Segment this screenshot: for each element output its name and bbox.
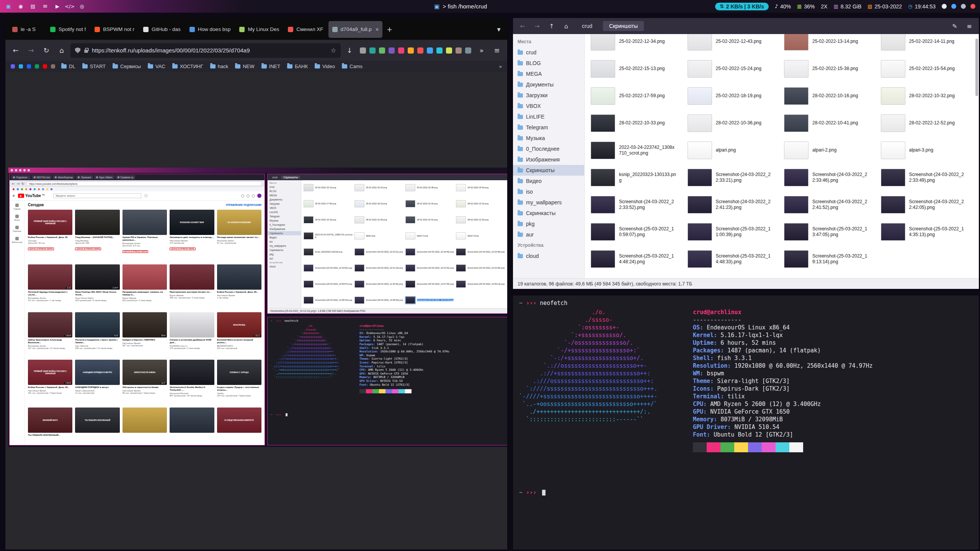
bookmark-icon[interactable] [51,64,55,68]
browser-tab[interactable]: le -a S [8,21,45,38]
workspace-icon[interactable]: ◎ [77,2,87,11]
home-button[interactable]: ⌂ [55,44,68,57]
extension-icon[interactable] [379,47,385,54]
workspace-icon[interactable]: </> [65,2,74,11]
sidebar-place[interactable]: LinLIFE [513,111,584,122]
tray-icon[interactable] [961,4,966,9]
file-item[interactable]: Screenshot-(25-03-2022_14:48:24).png [588,245,685,272]
sidebar-place[interactable]: BLOG [513,58,584,68]
sidebar-place[interactable]: pkg [513,218,584,229]
browser-tab[interactable]: Сменил XF [284,21,327,38]
extension-icon[interactable] [360,47,366,54]
bookmark-item[interactable]: hack [210,64,228,69]
file-item[interactable]: 25-02-2022-18-19.png [685,82,782,109]
tab-close-icon[interactable]: × [375,26,379,33]
terminal-window[interactable]: ~›››neofetch ./o. ./sssso- `:osssssss+- … [513,295,979,550]
tray-icon[interactable] [942,4,947,9]
file-item[interactable]: Screenshot-(25-03-2022_11:00:39).png [685,218,782,245]
browser-tab[interactable]: How does bsp [186,21,235,38]
sidebar-place[interactable]: VBOX [513,101,584,111]
shield-icon[interactable] [75,47,80,53]
back-button[interactable]: ← [518,21,528,31]
sidebar-place[interactable]: Скринкасты [513,208,584,218]
file-item[interactable]: alpari-2.png [782,137,879,164]
file-item[interactable]: 25-02-2022-15-38.png [782,55,879,82]
bookmark-icon[interactable] [27,64,31,68]
volume-module[interactable]: ♪ 40% [775,3,791,10]
file-item[interactable]: 28-02-2022-10-36.png [685,109,782,137]
tray-icon[interactable] [970,4,975,9]
bookmark-item[interactable]: VAC [148,64,165,69]
bookmark-item[interactable]: Video [315,64,335,69]
extension-icon[interactable] [408,47,414,54]
sidebar-place[interactable]: my_wallpapers [513,197,584,208]
bookmark-item[interactable]: DL [61,64,75,69]
file-item[interactable]: 25-02-2022-15-13.png [588,55,685,82]
scrollbar-thumb[interactable] [975,39,978,96]
extension-icon[interactable] [446,47,452,54]
bookmark-item[interactable]: INET [261,64,281,69]
tray-icon[interactable] [951,4,956,9]
browser-tab[interactable]: Spotify not f [46,21,90,38]
browser-tab[interactable]: My Linux Des [235,21,283,38]
workspace-icon[interactable]: ▣ [4,2,13,11]
forward-button[interactable]: → [532,21,542,31]
bookmark-item[interactable]: БАНК [287,64,308,69]
clock-module[interactable]: ◷ 19:44:53 [908,3,936,10]
file-item[interactable]: Screenshot-(24-03-2022_22:33:21).png [685,164,782,191]
bookmarks-overflow-icon[interactable]: » [499,64,502,69]
bookmark-item[interactable]: NEW [235,64,254,69]
file-item[interactable]: ksnip_20220323-130133.png [588,164,685,191]
file-item[interactable]: Screenshot-(24-03-2022_22:33:46).png [782,164,879,191]
file-item[interactable]: alpari-3.png [879,137,975,164]
forward-button[interactable]: → [24,44,38,57]
menu-icon[interactable]: ≡ [964,21,974,31]
menu-button[interactable]: ≡ [490,44,503,57]
new-tab-button[interactable]: + [384,24,395,35]
bookmark-icon[interactable] [35,64,39,68]
file-item[interactable]: Screenshot-(25-03-2022_14:35:13).png [879,218,975,245]
file-item[interactable]: 28-02-2022-12-52.png [879,109,975,137]
extension-icon[interactable] [398,47,404,54]
cpu-module[interactable]: ▦ 36% [797,3,815,10]
file-item[interactable]: 25-02-2022-17-59.png [588,82,685,109]
file-item[interactable]: 28-02-2022-10-16.png [782,82,879,109]
memory-module[interactable]: ▥ 8.32 GiB [833,3,861,10]
sidebar-place[interactable]: iso [513,186,584,197]
workspace-icon[interactable]: ▤ [28,2,38,11]
file-item[interactable]: Screenshot-(25-03-2022_13:47:05).png [782,218,879,245]
extension-icon[interactable] [417,47,423,54]
sidebar-place[interactable]: Музыка [513,133,584,143]
file-item[interactable]: 2022-03-24-223742_1308x710_scrot.png [588,137,685,164]
file-item[interactable]: 25-02-2022-13-14.png [782,34,879,55]
up-button[interactable]: ↑ [547,21,557,31]
sidebar-place[interactable]: Загрузки [513,90,584,101]
date-module[interactable]: ▧ 25-03-2022 [867,3,902,10]
bookmark-item[interactable]: ХОСТИНГ [172,64,203,69]
keyboard-layout-module[interactable]: 2X [821,3,827,10]
file-item[interactable]: Screenshot-(24-03-2022_22:41:52).png [782,191,879,218]
file-item[interactable]: 28-02-2022-10-41.png [782,109,879,137]
bookmark-item[interactable]: START [82,64,106,69]
sidebar-place[interactable]: MEGA [513,68,584,79]
extension-icon[interactable] [389,47,395,54]
file-item[interactable]: Screenshot-(24-03-2022_22:33:52).png [588,191,685,218]
bookmark-icon[interactable] [43,64,47,68]
bookmark-item[interactable]: Сервисы [113,64,141,69]
sidebar-place[interactable]: Скриншоты [513,165,584,176]
file-item[interactable]: 25-02-2022-12-43.png [685,34,782,55]
path-segment-home[interactable]: crud [576,21,598,31]
workspace-icon[interactable]: ✉ [41,2,50,11]
file-item[interactable]: 25-02-2022-14-11.png [879,34,975,55]
bookmark-icon[interactable] [11,64,15,68]
viewed-image[interactable]: Подписки -NEXTA LiveМинобороныЛукашенКур… [8,168,507,447]
url-input[interactable] [92,47,327,54]
sidebar-place[interactable]: Telegram [513,122,584,133]
sidebar-place[interactable]: Изображения [513,154,584,165]
file-item[interactable]: 25-02-2022-15-24.png [685,55,782,82]
file-item[interactable]: Screenshot-(24-03-2022_22:33:49).png [879,164,975,191]
sidebar-place[interactable]: 0_Последнее [513,143,584,154]
extension-icon[interactable] [456,47,462,54]
sidebar-place[interactable]: crud [513,47,584,58]
file-item[interactable]: 28-02-2022-10-32.png [879,82,975,109]
